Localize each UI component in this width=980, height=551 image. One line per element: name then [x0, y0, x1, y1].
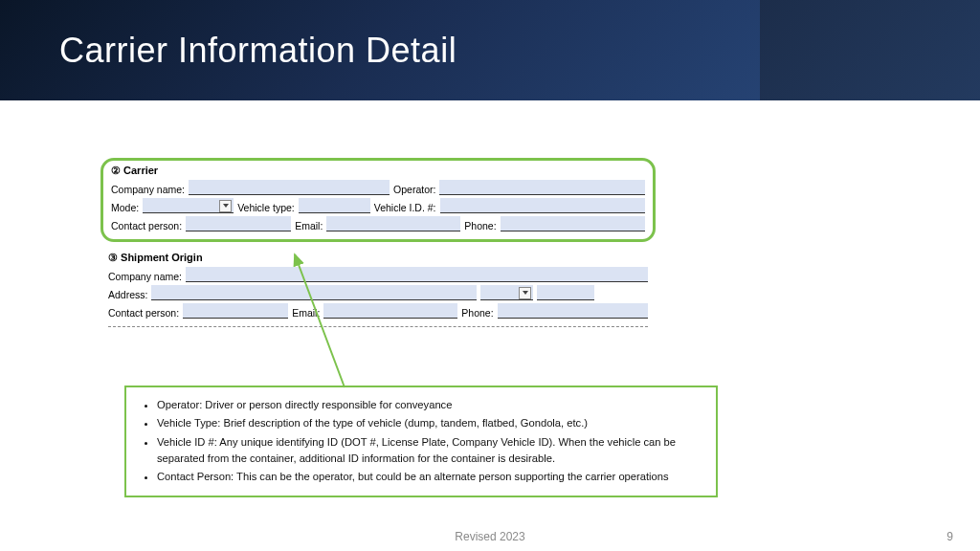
carrier-section-highlight: ② Carrier Company name: Operator: Mode: …	[100, 158, 656, 242]
operator-label: Operator:	[393, 184, 435, 195]
origin-row-contact: Contact person: Email: Phone:	[108, 303, 648, 319]
origin-address-field[interactable]	[151, 285, 477, 300]
origin-phone-field[interactable]	[498, 303, 648, 319]
footer-revised: Revised 2023	[0, 530, 980, 543]
origin-address-label: Address:	[108, 289, 147, 300]
origin-company-field[interactable]	[186, 267, 648, 282]
slide-body: ② Carrier Company name: Operator: Mode: …	[0, 100, 980, 551]
carrier-row-mode: Mode: Vehicle type: Vehicle I.D. #:	[111, 198, 645, 213]
origin-row-address: Address:	[108, 285, 648, 300]
carrier-section-label: ② Carrier	[111, 165, 645, 177]
mode-select[interactable]	[143, 198, 234, 213]
form-area: ② Carrier Company name: Operator: Mode: …	[100, 158, 656, 333]
origin-phone-label: Phone:	[461, 307, 493, 319]
note-item: Vehicle Type: Brief description of the t…	[157, 415, 704, 431]
phone-label: Phone:	[464, 220, 496, 231]
note-item: Operator: Driver or person directly resp…	[157, 397, 704, 413]
page-title: Carrier Information Detail	[59, 31, 457, 71]
notes-list: Operator: Driver or person directly resp…	[142, 397, 704, 486]
origin-email-field[interactable]	[323, 303, 457, 319]
origin-row-company: Company name:	[108, 267, 648, 282]
carrier-row-contact: Contact person: Email: Phone:	[111, 216, 645, 231]
origin-email-label: Email:	[292, 307, 320, 319]
origin-section: ③ Shipment Origin Company name: Address:…	[100, 250, 656, 333]
mode-label: Mode:	[111, 202, 139, 213]
carrier-row-company: Company name: Operator:	[111, 180, 645, 195]
page-number: 9	[947, 530, 953, 543]
dashed-separator	[108, 326, 648, 327]
vehicle-type-label: Vehicle type:	[237, 202, 295, 213]
contact-label: Contact person:	[111, 220, 182, 231]
company-name-field[interactable]	[189, 180, 390, 195]
notes-box: Operator: Driver or person directly resp…	[124, 386, 718, 497]
vehicle-id-label: Vehicle I.D. #:	[374, 202, 436, 213]
origin-section-label: ③ Shipment Origin	[108, 252, 648, 264]
phone-field[interactable]	[501, 216, 645, 231]
origin-company-label: Company name:	[108, 271, 182, 282]
origin-contact-field[interactable]	[183, 303, 288, 319]
contact-person-field[interactable]	[186, 216, 291, 231]
operator-field[interactable]	[439, 180, 645, 195]
vehicle-type-field[interactable]	[299, 198, 370, 213]
origin-address-select[interactable]	[480, 285, 533, 300]
origin-contact-label: Contact person:	[108, 307, 179, 319]
slide-header: Carrier Information Detail	[0, 0, 980, 100]
vehicle-id-field[interactable]	[440, 198, 645, 213]
note-item: Contact Person: This can be the operator…	[157, 469, 704, 485]
company-name-label: Company name:	[111, 184, 185, 195]
email-label: Email:	[295, 220, 323, 231]
origin-address-field-2[interactable]	[537, 285, 594, 300]
email-field[interactable]	[326, 216, 460, 231]
note-item: Vehicle ID #: Any unique identifying ID …	[157, 434, 704, 468]
